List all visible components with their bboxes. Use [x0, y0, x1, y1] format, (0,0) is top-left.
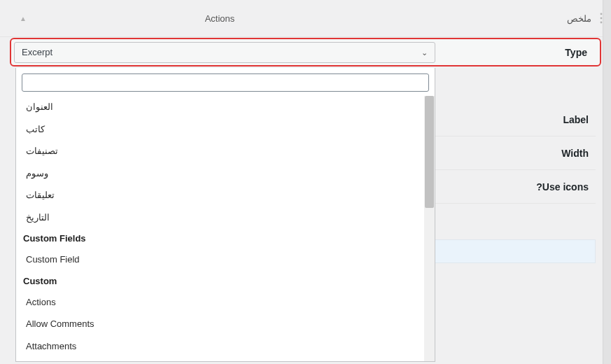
- dropdown-scrollbar-track: [424, 96, 435, 362]
- panel-right-edge: [603, 0, 611, 364]
- column-settings-panel: ▲ Actions ملخص Excerpt ⌄ Type Label: [0, 0, 611, 37]
- dropdown-list: العنوان كاتب تصنيفات وسوم تعليقات التاري…: [16, 96, 435, 361]
- type-field-label: Type: [435, 47, 600, 58]
- type-select-wrap: Excerpt ⌄: [14, 42, 435, 63]
- header-row: ▲ Actions ملخص: [0, 0, 611, 37]
- type-row-highlight: Excerpt ⌄ Type: [10, 38, 601, 66]
- dropdown-option[interactable]: العنوان: [16, 96, 435, 118]
- sort-caret-icon[interactable]: ▲: [20, 15, 27, 22]
- use-icons-field-label: ?Use icons: [536, 181, 589, 192]
- type-select[interactable]: Excerpt ⌄: [14, 42, 435, 63]
- type-select-value: Excerpt: [22, 47, 52, 57]
- summary-heading-text: ملخص: [567, 13, 591, 24]
- dropdown-option[interactable]: Actions: [16, 291, 435, 314]
- actions-heading: Actions: [205, 13, 235, 24]
- chevron-down-icon: ⌄: [421, 48, 428, 57]
- dropdown-option[interactable]: Author: [16, 357, 435, 361]
- header-left: ▲ Actions: [0, 13, 440, 24]
- dropdown-option[interactable]: Allow Comments: [16, 313, 435, 335]
- dropdown-option[interactable]: Attachments: [16, 335, 435, 358]
- dropdown-option[interactable]: تعليقات: [16, 184, 435, 206]
- dropdown-search-input[interactable]: [22, 74, 429, 92]
- label-field-label: Label: [563, 114, 589, 125]
- svg-point-2: [601, 18, 603, 20]
- type-dropdown: العنوان كاتب تصنيفات وسوم تعليقات التاري…: [15, 68, 435, 362]
- dropdown-option[interactable]: كاتب: [16, 118, 435, 141]
- dropdown-option[interactable]: التاريخ: [16, 206, 435, 229]
- svg-point-0: [601, 13, 603, 15]
- dropdown-option[interactable]: وسوم: [16, 162, 435, 185]
- svg-point-4: [601, 22, 603, 24]
- dropdown-option[interactable]: تصنيفات: [16, 140, 435, 162]
- dropdown-group-heading: Custom Fields: [16, 228, 435, 248]
- dropdown-scrollbar-thumb[interactable]: [425, 96, 434, 208]
- width-field-label: Width: [561, 148, 589, 159]
- summary-heading: ملخص: [440, 13, 611, 24]
- dropdown-group-heading: Custom: [16, 271, 435, 291]
- dropdown-search-wrap: [16, 68, 435, 96]
- dropdown-option[interactable]: Custom Field: [16, 248, 435, 271]
